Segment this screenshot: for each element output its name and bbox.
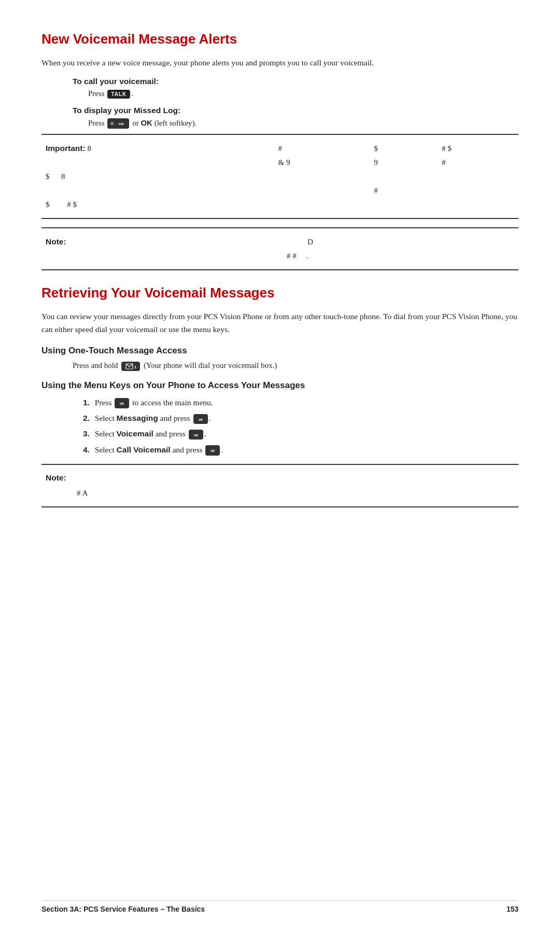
section2-intro: You can review your messages directly fr… <box>41 310 519 336</box>
svg-text:ok: ok <box>120 402 124 405</box>
subsection2-title: Using the Menu Keys on Your Phone to Acc… <box>41 380 519 391</box>
svg-text:ok: ok <box>198 418 202 421</box>
press-menu-row: Press ok or OK (left softkey). <box>88 118 519 129</box>
ok-label: OK <box>141 118 152 127</box>
step1-before: Press <box>95 398 114 407</box>
press-talk-text: Press <box>88 89 105 98</box>
step-4: 4. Select Call Voicemail and press ok . <box>83 443 519 457</box>
step1-after: to access the main menu. <box>132 398 213 407</box>
page-footer: Section 3A: PCS Service Features – The B… <box>41 900 519 913</box>
step3-bold: Voicemail <box>117 429 153 438</box>
step2-menu-icon: ok <box>193 414 208 424</box>
step3-menu-icon: ok <box>189 430 203 439</box>
section2-note-label: Note: <box>46 473 66 482</box>
note-box: Note: D # # . <box>41 227 519 270</box>
step2-after: and press <box>160 414 192 422</box>
step4-before: Select <box>95 445 117 454</box>
steps-list: 1. Press ok to access the main menu. 2. … <box>83 396 519 457</box>
section2-note-row: Note: <box>46 471 514 485</box>
important-label: Important: <box>46 144 86 153</box>
step2-bold: Messaging <box>117 414 158 422</box>
press-menu-text: Press <box>88 119 105 127</box>
step1-num: 1. <box>83 398 90 407</box>
note-label: Note: <box>46 237 66 246</box>
section2-note-text: # A <box>77 487 514 500</box>
section2-note-box: Note: # A <box>41 464 519 507</box>
your-phone-will-text: (Your phone will dial your voicemail box… <box>144 361 277 369</box>
footer-section-label: Section 3A: PCS Service Features – The B… <box>41 905 205 913</box>
svg-text:1: 1 <box>134 365 136 369</box>
footer-page-number: 153 <box>507 905 519 913</box>
section2-title: Retrieving Your Voicemail Messages <box>41 285 519 301</box>
or-text: or <box>132 119 141 127</box>
call-voicemail-label: To call your voicemail: <box>73 77 519 86</box>
left-softkey-text: (left softkey). <box>155 119 197 127</box>
envelope-1-icon: 1 <box>121 362 140 371</box>
press-hold-row: Press and hold 1 (Your phone will dial y… <box>73 361 519 371</box>
step4-after: and press <box>172 445 204 454</box>
step3-before: Select <box>95 429 117 438</box>
step4-num: 4. <box>83 445 90 454</box>
talk-button-icon: TALK <box>107 90 130 99</box>
svg-text:ok: ok <box>119 121 124 126</box>
missed-log-label: To display your Missed Log: <box>73 106 519 115</box>
svg-text:ok: ok <box>211 449 215 452</box>
step4-menu-icon: ok <box>205 445 220 455</box>
step4-bold: Call Voicemail <box>117 445 171 454</box>
step-2: 2. Select Messaging and press ok . <box>83 411 519 425</box>
step1-menu-icon: ok <box>115 398 129 408</box>
step3-num: 3. <box>83 429 90 438</box>
step-3: 3. Select Voicemail and press ok . <box>83 427 519 441</box>
important-box: Important: 8 # $ # $ & 9 9 # $ <box>41 134 519 219</box>
press-hold-text: Press and hold <box>73 361 118 369</box>
step2-num: 2. <box>83 414 90 422</box>
section1-title: New Voicemail Message Alerts <box>41 31 519 47</box>
section1-intro: When you receive a new voice message, yo… <box>41 57 519 70</box>
step2-before: Select <box>95 414 117 422</box>
press-talk-row: Press TALK. <box>88 89 519 99</box>
step3-after: and press <box>156 429 188 438</box>
svg-text:ok: ok <box>194 433 198 437</box>
subsection1-title: Using One-Touch Message Access <box>41 346 519 356</box>
step-1: 1. Press ok to access the main menu. <box>83 396 519 409</box>
menu-ok-icon: ok <box>107 118 129 129</box>
